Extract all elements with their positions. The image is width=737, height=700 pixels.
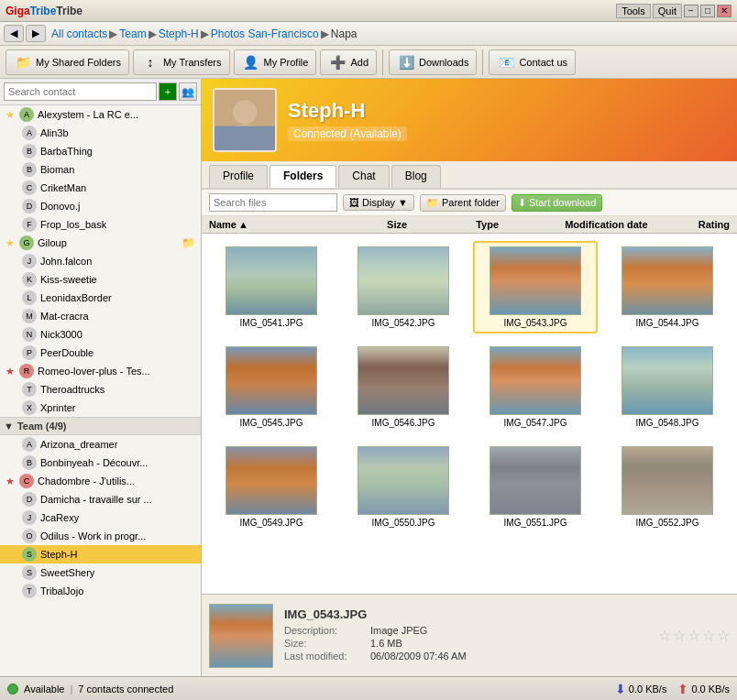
avatar: X <box>22 400 37 415</box>
bc-photos[interactable]: Photos San-Francisco <box>211 27 319 40</box>
file-item-547[interactable]: IMG_0547.JPG <box>473 341 598 433</box>
contact-romeo[interactable]: ★ R Romeo-lover-plus - Tes... <box>0 362 201 380</box>
contact-criketman[interactable]: C CriketMan <box>0 179 201 197</box>
contact-jcarexy[interactable]: J JcaRexy <box>0 509 201 527</box>
tab-blog[interactable]: Blog <box>391 165 441 188</box>
contact-bonbinyeah[interactable]: B Bonbinyeah - Découvr... <box>0 454 201 472</box>
avatar: A <box>22 437 37 452</box>
svg-point-1 <box>233 100 257 124</box>
tab-folders[interactable]: Folders <box>270 165 336 188</box>
contact-theroadtrucks[interactable]: T Theroadtrucks <box>0 380 201 399</box>
contact-bioman[interactable]: B Bioman <box>0 160 201 179</box>
contact-frop[interactable]: F Frop_los_bask <box>0 215 201 234</box>
downloads-btn[interactable]: ⬇️ Downloads <box>389 49 477 75</box>
contact-peerdouble[interactable]: P PeerDouble <box>0 344 201 362</box>
contact-leonidax[interactable]: L LeonidaxBorder <box>0 289 201 307</box>
avatar: L <box>22 290 37 305</box>
search-input[interactable] <box>4 82 157 101</box>
contact-john-falcon[interactable]: J John.falcon <box>0 252 201 270</box>
team-group-header[interactable]: ▼ Team (4/9) <box>0 417 201 435</box>
contact-name: Alin3b <box>40 127 69 138</box>
back-btn[interactable]: ◀ <box>4 25 24 42</box>
star-5[interactable]: ☆ <box>717 627 730 644</box>
my-shared-folders-label: My Shared Folders <box>36 57 121 68</box>
file-item-551[interactable]: IMG_0551.JPG <box>473 441 598 533</box>
file-item-542[interactable]: IMG_0542.JPG <box>341 241 466 334</box>
contact-mat-cracra[interactable]: M Mat-cracra <box>0 307 201 325</box>
transfers-icon: ↕️ <box>141 53 160 71</box>
star-1[interactable]: ☆ <box>658 627 671 644</box>
contact-steph-h[interactable]: S Steph-H <box>0 545 201 563</box>
file-item-545[interactable]: IMG_0545.JPG <box>209 341 334 433</box>
my-transfers-btn[interactable]: ↕️ My Transfers <box>133 49 230 75</box>
preview-stars[interactable]: ☆ ☆ ☆ ☆ ☆ <box>658 627 730 644</box>
contact-giloup[interactable]: ★ G Giloup 📁 <box>0 234 201 252</box>
statusbar: Available | 7 contacts connected ⬇ 0.0 K… <box>0 676 737 700</box>
folder-up-icon: 📁 <box>426 197 439 209</box>
files-search-input[interactable] <box>209 193 337 212</box>
maximize-btn[interactable]: □ <box>700 5 715 17</box>
col-header-rating[interactable]: Rating <box>698 219 730 230</box>
star-3[interactable]: ☆ <box>688 627 700 644</box>
col-header-date[interactable]: Modification date <box>565 219 698 230</box>
tools-menu[interactable]: Tools <box>616 4 651 18</box>
file-item-548[interactable]: IMG_0548.JPG <box>605 341 730 433</box>
add-btn[interactable]: ➕ Add <box>320 49 377 75</box>
contact-barbathing[interactable]: B BarbaThing <box>0 142 201 160</box>
my-profile-btn[interactable]: 👤 My Profile <box>234 49 317 75</box>
file-name: IMG_0550.JPG <box>372 518 435 528</box>
star-4[interactable]: ☆ <box>702 627 715 644</box>
my-shared-folders-btn[interactable]: 📁 My Shared Folders <box>6 49 129 75</box>
col-header-size[interactable]: Size <box>387 219 476 230</box>
tab-chat[interactable]: Chat <box>338 165 389 188</box>
contact-chadombre[interactable]: ★ C Chadombre - J'utilis... <box>0 472 201 490</box>
contact-tribaljojo[interactable]: T TribalJojo <box>0 582 201 600</box>
contact-alexystem[interactable]: ★ A Alexystem - La RC e... <box>0 105 201 124</box>
contact-donovoj[interactable]: D Donovo.j <box>0 197 201 215</box>
files-toolbar: 🖼 Display ▼ 📁 Parent folder ⬇ Start down… <box>202 190 737 216</box>
contact-damicha[interactable]: D Damicha - travaille sur ... <box>0 490 201 509</box>
parent-folder-btn[interactable]: 📁 Parent folder <box>420 194 506 212</box>
search-add-btn[interactable]: + <box>159 82 177 101</box>
close-btn[interactable]: ✕ <box>717 5 732 17</box>
downloads-label: Downloads <box>419 57 468 68</box>
col-header-name[interactable]: Name ▲ <box>209 219 387 230</box>
quit-btn[interactable]: Quit <box>653 4 682 18</box>
file-item-541[interactable]: IMG_0541.JPG <box>209 241 334 334</box>
star-2[interactable]: ☆ <box>673 627 686 644</box>
contact-xprinter[interactable]: X Xprinter <box>0 399 201 417</box>
contact-odilus[interactable]: O Odilus - Work in progr... <box>0 527 201 545</box>
contact-kiss-sweetie[interactable]: K Kiss-sweetie <box>0 270 201 289</box>
contact-alin3b[interactable]: A Alin3b <box>0 124 201 142</box>
bc-team[interactable]: Team <box>119 27 146 40</box>
contact-us-btn[interactable]: 📧 Contact us <box>489 49 576 75</box>
file-item-550[interactable]: IMG_0550.JPG <box>341 441 466 533</box>
col-header-type[interactable]: Type <box>476 219 565 230</box>
file-item-546[interactable]: IMG_0546.JPG <box>341 341 466 433</box>
preview-thumbnail <box>209 604 273 668</box>
contact-name: CriketMan <box>40 182 86 193</box>
contact-nick3000[interactable]: N Nick3000 <box>0 325 201 344</box>
files-grid: IMG_0541.JPG IMG_0542.JPG IMG_0543.JPG I… <box>202 234 737 594</box>
display-btn[interactable]: 🖼 Display ▼ <box>343 194 414 211</box>
file-item-544[interactable]: IMG_0544.JPG <box>605 241 730 334</box>
file-item-543[interactable]: IMG_0543.JPG <box>473 241 598 334</box>
file-item-549[interactable]: IMG_0549.JPG <box>209 441 334 533</box>
bc-all-contacts[interactable]: All contacts <box>51 27 107 40</box>
tab-profile[interactable]: Profile <box>209 165 268 188</box>
avatar: J <box>22 510 37 525</box>
search-filter-btn[interactable]: 👥 <box>179 82 197 101</box>
contact-arizona[interactable]: A Arizona_dreamer <box>0 435 201 454</box>
contact-name: Bonbinyeah - Découvr... <box>40 457 148 468</box>
start-download-btn[interactable]: ⬇ Start download <box>512 194 602 212</box>
online-indicator <box>7 684 18 695</box>
bc-steph-h[interactable]: Steph-H <box>159 27 199 40</box>
avatar: T <box>22 382 37 397</box>
contact-sweetshery[interactable]: S SweetShery <box>0 563 201 582</box>
contact-name: Mat-cracra <box>40 311 89 322</box>
contact-name: Romeo-lover-plus - Tes... <box>38 366 150 377</box>
team-group-label: Team (4/9) <box>17 421 67 432</box>
file-item-552[interactable]: IMG_0552.JPG <box>605 441 730 533</box>
minimize-btn[interactable]: − <box>684 5 698 17</box>
forward-btn[interactable]: ▶ <box>26 25 46 42</box>
